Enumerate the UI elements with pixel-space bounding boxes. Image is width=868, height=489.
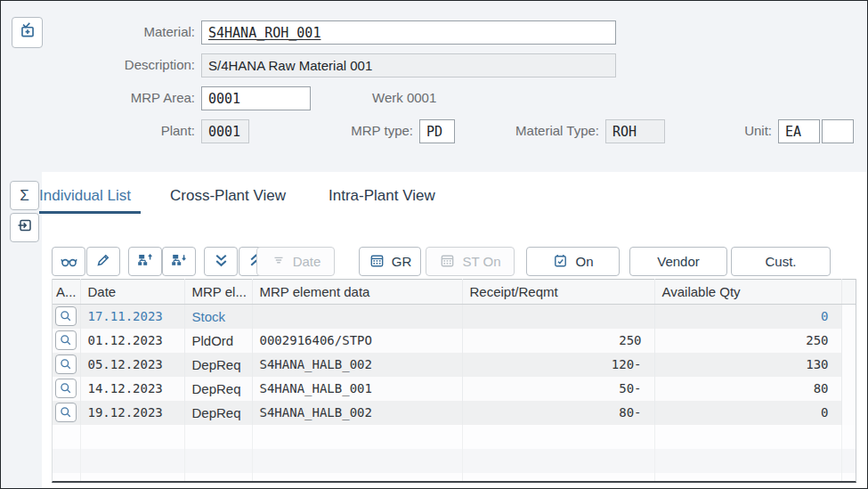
mrp-element-data-cell [252, 305, 462, 329]
collapse-header-icon [18, 20, 37, 45]
empty-cell [53, 425, 80, 449]
mrp-area-label: MRP Area: [54, 90, 195, 105]
available-qty-cell: 80 [654, 377, 841, 401]
mrp-list-table: A... Date MRP el... MRP element data Rec… [52, 279, 856, 483]
tree-down-button[interactable] [162, 247, 196, 276]
vendor-button[interactable]: Vendor [629, 247, 727, 276]
magnifier-button[interactable] [55, 330, 77, 350]
date-cell: 19.12.2023 [80, 401, 184, 425]
pencil-icon [94, 251, 112, 272]
trailing-cell [841, 353, 856, 377]
tree-up-button[interactable] [128, 247, 162, 276]
sum-button[interactable]: Σ [10, 181, 39, 210]
empty-cell [252, 473, 462, 484]
col-header-mrp-element[interactable]: MRP el... [184, 280, 252, 305]
display-button[interactable] [52, 247, 85, 276]
cust-button-label: Cust. [765, 254, 796, 269]
col-header-available-qty[interactable]: Available Qty [654, 280, 841, 305]
date-cell: 17.11.2023 [80, 305, 184, 329]
table-row: 05.12.2023 DepReq S4HANA_HALB_002 120- 1… [53, 353, 856, 377]
sigma-icon: Σ [20, 187, 29, 205]
empty-cell [841, 449, 856, 473]
description-label: Description: [54, 57, 195, 72]
date-button[interactable]: Date [256, 247, 335, 276]
unit-label: Unit: [713, 123, 772, 138]
available-qty-cell: 0 [654, 401, 841, 425]
col-header-mrp-element-data[interactable]: MRP element data [252, 280, 462, 305]
tab-intra-plant-view[interactable]: Intra-Plant View [329, 187, 435, 210]
material-type-field: ROH [605, 119, 665, 143]
col-header-trailing [841, 280, 856, 305]
empty-row [53, 473, 856, 484]
calendar-icon [439, 252, 456, 272]
on-button[interactable]: On [526, 247, 620, 276]
trailing-cell [841, 377, 856, 401]
empty-cell [184, 473, 252, 484]
plant-field: 0001 [201, 119, 249, 143]
empty-cell [53, 473, 80, 484]
mrp-element-data-cell: S4HANA_HALB_001 [252, 377, 462, 401]
receipt-reqmt-cell: 120- [462, 353, 654, 377]
col-header-date[interactable]: Date [80, 280, 184, 305]
org-chart-up-icon [136, 251, 154, 272]
trailing-cell [841, 329, 856, 353]
magnifier-button[interactable] [55, 306, 77, 326]
glasses-icon [60, 251, 78, 273]
empty-cell [462, 449, 654, 473]
magnifier-button[interactable] [55, 355, 77, 374]
mrp-table-body: 17.11.2023 Stock 0 01.12.2023 PldOrd 000… [53, 305, 856, 484]
available-qty-cell: 250 [654, 329, 841, 353]
toggle-header-button[interactable] [12, 17, 43, 48]
table-row: 17.11.2023 Stock 0 [53, 305, 856, 329]
mrp-element-cell: DepReq [184, 353, 252, 377]
material-label: Material: [54, 24, 195, 39]
detail-cell [53, 353, 80, 377]
empty-cell [841, 425, 856, 449]
date-button-label: Date [293, 254, 321, 269]
empty-cell [53, 449, 80, 473]
st-on-button[interactable]: ST On [426, 247, 515, 276]
receipt-reqmt-cell: 80- [462, 401, 654, 425]
col-header-receipt-reqmt[interactable]: Receipt/Reqmt [462, 280, 654, 305]
expand-all-button[interactable] [204, 247, 238, 276]
md04-window: Material: S4HANA_ROH_001 Description: S/… [0, 0, 868, 489]
org-chart-down-icon [170, 251, 188, 272]
empty-cell [80, 473, 184, 484]
tab-cross-plant-view[interactable]: Cross-Plant View [170, 187, 286, 210]
table-row: 19.12.2023 DepReq S4HANA_HALB_002 80- 0 [53, 401, 856, 425]
active-tab-underline [39, 211, 141, 214]
mrp-element-cell: DepReq [184, 401, 252, 425]
empty-cell [252, 449, 462, 473]
material-input[interactable]: S4HANA_ROH_001 [201, 20, 616, 45]
col-header-a[interactable]: A... [53, 280, 80, 305]
detail-cell [53, 401, 80, 425]
edit-button[interactable] [86, 247, 120, 276]
empty-cell [654, 425, 841, 449]
goto-overview-button[interactable] [10, 213, 39, 242]
sort-lines-icon [271, 252, 287, 271]
cust-button[interactable]: Cust. [731, 247, 831, 276]
date-cell: 01.12.2023 [80, 329, 184, 353]
empty-cell [184, 425, 252, 449]
unit-alt-field[interactable] [822, 119, 854, 143]
table-header-row: A... Date MRP el... MRP element data Rec… [53, 280, 856, 305]
mrp-element-cell: Stock [184, 305, 252, 329]
gr-button[interactable]: GR [359, 247, 421, 276]
available-qty-cell: 130 [654, 353, 841, 377]
tab-individual-list[interactable]: Individual List [39, 187, 131, 210]
vendor-button-label: Vendor [657, 254, 700, 269]
mrp-element-cell: DepReq [184, 377, 252, 401]
empty-cell [654, 449, 841, 473]
date-cell: 14.12.2023 [80, 377, 184, 401]
empty-cell [80, 449, 184, 473]
magnifier-button[interactable] [55, 403, 77, 422]
empty-cell [252, 425, 462, 449]
unit-field[interactable]: EA [778, 119, 820, 143]
empty-row [53, 425, 856, 449]
mrp-type-label: MRP type: [321, 123, 413, 138]
st-on-button-label: ST On [462, 254, 500, 269]
magnifier-button[interactable] [55, 379, 77, 398]
mrp-area-input[interactable]: 0001 [201, 86, 311, 110]
mrp-type-field: PD [419, 119, 455, 143]
double-chevron-down-icon [212, 251, 231, 273]
